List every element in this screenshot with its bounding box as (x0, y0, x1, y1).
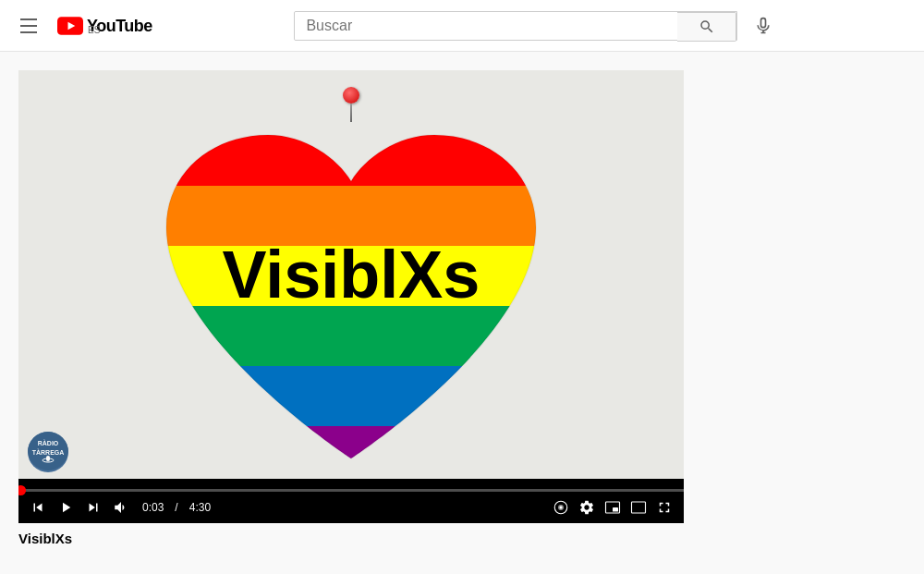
progress-dot (18, 485, 26, 495)
autoplay-button[interactable] (551, 497, 571, 518)
video-title: VisiblXs (18, 531, 72, 546)
search-button[interactable] (677, 12, 736, 42)
main-content: VisiblXs RÀDIO TÀRREGA (0, 52, 924, 564)
watermark-logo: RÀDIO TÀRREGA (28, 432, 68, 472)
current-time: 0:03 (142, 501, 164, 514)
watermark: RÀDIO TÀRREGA (28, 432, 68, 472)
skip-back-icon (30, 499, 46, 516)
radio-tarrega-icon: RÀDIO TÀRREGA (28, 432, 68, 470)
volume-button[interactable] (111, 497, 131, 518)
header-left: YouTube ES (15, 13, 152, 39)
svg-text:TÀRREGA: TÀRREGA (32, 448, 65, 456)
header: YouTube ES (0, 0, 924, 52)
youtube-logo[interactable]: YouTube ES (57, 17, 152, 35)
settings-icon (578, 499, 595, 516)
right-controls (551, 497, 675, 518)
video-info: VisiblXs (18, 523, 684, 555)
svg-rect-18 (632, 502, 646, 513)
search-input[interactable] (295, 12, 677, 40)
progress-bar[interactable] (18, 489, 684, 492)
svg-text:RÀDIO: RÀDIO (38, 439, 59, 446)
next-button[interactable] (83, 497, 103, 518)
video-canvas: VisiblXs (18, 70, 684, 479)
theater-button[interactable] (628, 497, 649, 518)
skip-back-button[interactable] (28, 497, 48, 518)
controls-row: 0:03 / 4:30 (18, 497, 684, 518)
miniplayer-icon (604, 499, 621, 516)
play-icon (57, 499, 74, 516)
pin-decoration (343, 87, 359, 122)
total-time: 4:30 (189, 501, 211, 514)
header-center (167, 11, 909, 41)
fullscreen-button[interactable] (654, 497, 675, 518)
next-icon (85, 499, 102, 516)
hamburger-menu[interactable] (15, 13, 43, 39)
country-code: ES (88, 25, 100, 35)
mic-icon (754, 17, 772, 35)
volume-icon (113, 499, 129, 516)
search-icon (699, 18, 715, 35)
video-container: VisiblXs RÀDIO TÀRREGA (18, 70, 684, 555)
video-title-overlay: VisiblXs (223, 237, 480, 312)
svg-rect-12 (46, 456, 50, 461)
svg-rect-6 (157, 366, 564, 426)
video-player[interactable]: VisiblXs RÀDIO TÀRREGA (18, 70, 684, 523)
svg-point-15 (560, 507, 563, 509)
svg-rect-5 (157, 306, 564, 366)
video-controls: 0:03 / 4:30 (18, 479, 684, 523)
settings-button[interactable] (577, 497, 597, 518)
svg-rect-2 (157, 126, 564, 186)
svg-rect-17 (613, 507, 618, 512)
miniplayer-button[interactable] (602, 497, 623, 518)
search-bar (294, 11, 737, 41)
youtube-icon (57, 17, 83, 35)
fullscreen-icon (656, 499, 673, 516)
autoplay-icon (553, 499, 569, 516)
play-button[interactable] (55, 497, 76, 518)
mic-button[interactable] (745, 11, 782, 41)
time-separator: / (175, 501, 177, 514)
theater-icon (630, 499, 647, 516)
